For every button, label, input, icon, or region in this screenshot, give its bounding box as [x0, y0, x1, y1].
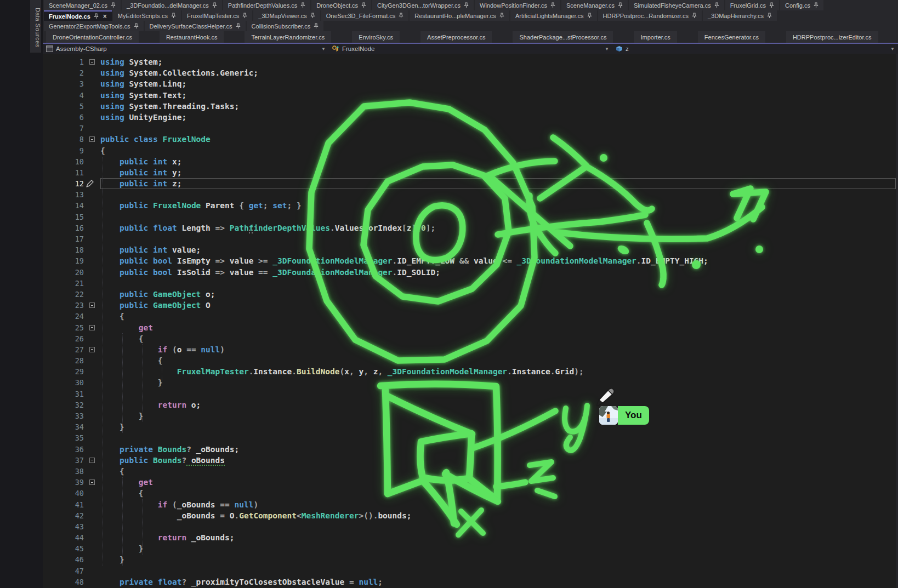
code-line[interactable]: 5using System.Threading.Tasks; [43, 101, 898, 112]
code-line[interactable]: 21 [43, 278, 898, 289]
code-line[interactable]: 47 [43, 566, 898, 576]
pin-icon[interactable] [242, 13, 247, 19]
project-dropdown-caret[interactable]: ▼ [318, 47, 329, 52]
code-line[interactable]: 29 FruxelMapTester.Instance.BuildNode(x,… [43, 366, 898, 377]
document-tab[interactable]: CollisionSubscriber.cs [247, 21, 324, 31]
pin-icon[interactable] [236, 23, 241, 29]
code-line[interactable]: 43 [43, 521, 898, 532]
document-tab[interactable]: CityGen3DGen...torWrapper.cs [372, 0, 474, 10]
code-line[interactable]: 33 } [43, 410, 898, 421]
document-tab[interactable]: DroneObject.cs [311, 0, 371, 10]
collapse-region-icon[interactable] [89, 479, 95, 485]
document-tab[interactable]: _3DFoundatio...delManager.cs [122, 0, 222, 10]
pin-icon[interactable] [587, 13, 592, 19]
pin-icon[interactable] [499, 13, 504, 19]
code-line[interactable]: 11 public int y; [43, 167, 898, 178]
code-line[interactable]: 24 { [43, 311, 898, 322]
collapse-region-icon[interactable] [89, 136, 95, 142]
code-line[interactable]: 8public class FruxelNode [43, 134, 898, 145]
pin-icon[interactable] [134, 23, 139, 29]
collapse-region-icon[interactable] [89, 458, 95, 463]
member-dropdown[interactable]: z ▼ [612, 44, 898, 54]
code-line[interactable]: 19 public bool IsEmpty => value >= _3DFo… [43, 255, 898, 266]
type-dropdown[interactable]: FruxelNode ▼ [329, 44, 612, 54]
project-dropdown[interactable]: Assembly-CSharp ▼ [43, 44, 329, 54]
collapse-region-icon[interactable] [89, 325, 95, 330]
document-tab[interactable]: OneSec3D_FileFormat.cs [321, 10, 409, 21]
document-tab[interactable]: HDRPPostproc...Randomizer.cs [598, 10, 702, 21]
code-line[interactable]: 16 public float Length => PathfinderDept… [43, 222, 898, 233]
code-line[interactable]: 18 public int value; [43, 244, 898, 255]
code-line[interactable]: 26 { [43, 333, 898, 344]
pin-icon[interactable] [464, 2, 469, 8]
code-line[interactable]: 23 public GameObject O [43, 300, 898, 311]
code-line[interactable]: 41 if (_oBounds == null) [43, 499, 898, 510]
code-line[interactable]: 17 [43, 233, 898, 244]
pin-icon[interactable] [769, 2, 774, 8]
code-line[interactable]: 42 _oBounds = O.GetComponent<MeshRendere… [43, 510, 898, 521]
close-icon[interactable]: × [103, 14, 107, 19]
pin-icon[interactable] [767, 13, 772, 19]
code-line[interactable]: 38 { [43, 466, 898, 477]
document-tab[interactable]: FruxelGrid.cs [725, 0, 779, 10]
code-line[interactable]: 40 { [43, 488, 898, 499]
document-tab[interactable]: DeliverySurfaceClassHelper.cs [145, 21, 246, 31]
document-tab[interactable]: SceneManager_02.cs [44, 0, 121, 10]
code-line[interactable]: 22 public GameObject o; [43, 289, 898, 300]
code-line[interactable]: 9{ [43, 145, 898, 156]
code-line[interactable]: 30 } [43, 377, 898, 388]
editor-scrollbar[interactable] [896, 54, 898, 588]
pin-icon[interactable] [814, 2, 819, 8]
code-line[interactable]: 1using System; [43, 56, 898, 67]
code-line[interactable]: 14 public FruxelNode Parent { get; set; … [43, 200, 898, 211]
code-line[interactable]: 10 public int x; [43, 156, 898, 167]
collapse-region-icon[interactable] [89, 302, 95, 308]
pin-icon[interactable] [399, 13, 403, 19]
code-line[interactable]: 37 public Bounds? oBounds [43, 455, 898, 466]
pin-icon[interactable] [550, 2, 555, 8]
document-tab[interactable]: FencesGenerator.cs [698, 31, 765, 43]
code-line[interactable]: 28 { [43, 355, 898, 366]
code-line[interactable]: 25 get [43, 322, 898, 333]
document-tab[interactable]: PathfinderDepthValues.cs [223, 0, 310, 10]
member-dropdown-caret[interactable]: ▼ [887, 47, 898, 52]
document-tab[interactable]: WindowPositionFinder.cs [475, 0, 560, 10]
document-tab[interactable]: _3DMapHierarchy.cs [703, 10, 777, 21]
pin-icon[interactable] [212, 2, 217, 8]
document-tab[interactable]: Importer.cs [634, 31, 677, 43]
document-tab[interactable]: _3DMapViewer.cs [253, 10, 320, 21]
data-sources-vertical-tab[interactable]: Data Sources [30, 0, 41, 53]
document-tab[interactable]: DroneOrientationController.cs [46, 31, 139, 43]
document-tab[interactable]: ShaderPackage...stProcessor.cs [513, 31, 613, 43]
code-line[interactable]: 15 [43, 212, 898, 222]
document-tab[interactable]: FruxelMapTester.cs [182, 10, 252, 21]
type-dropdown-caret[interactable]: ▼ [601, 47, 612, 52]
document-tab[interactable]: MyEditorScripts.cs [113, 10, 181, 21]
pin-icon[interactable] [714, 2, 719, 8]
pin-icon[interactable] [618, 2, 623, 8]
collapse-region-icon[interactable] [89, 347, 95, 352]
code-line[interactable]: 7 [43, 123, 898, 134]
document-tab[interactable]: ArtificialLightsManager.cs [510, 10, 597, 21]
code-line[interactable]: 3using System.Linq; [43, 78, 898, 89]
code-line[interactable]: 39 get [43, 477, 898, 488]
document-tab[interactable]: Config.cs [780, 0, 823, 10]
pin-icon[interactable] [314, 23, 319, 29]
pin-icon[interactable] [361, 2, 366, 8]
code-line[interactable]: 13 [43, 189, 898, 200]
pin-icon[interactable] [300, 2, 305, 8]
code-line[interactable]: 27 if (o == null) [43, 344, 898, 355]
pin-icon[interactable] [310, 13, 315, 19]
code-line[interactable]: 6using UnityEngine; [43, 112, 898, 123]
document-tab[interactable]: Generator2ExportMapTools.cs [44, 21, 144, 31]
code-line[interactable]: 46 } [43, 554, 898, 565]
document-tab[interactable]: RestaurantHo...pleManager.cs [410, 10, 509, 21]
code-line[interactable]: 4using System.Text; [43, 90, 898, 101]
document-tab[interactable]: HDRPPostproc...izerEditor.cs [786, 31, 878, 43]
document-tab[interactable]: RestaurantHook.cs [160, 31, 224, 43]
document-tab[interactable]: AssetPreprocessor.cs [420, 31, 492, 43]
code-line[interactable]: 34 } [43, 421, 898, 432]
pin-icon[interactable] [94, 13, 99, 19]
code-line[interactable]: 12 public int z; [43, 178, 898, 189]
document-tab[interactable]: SceneManager.cs [561, 0, 628, 10]
